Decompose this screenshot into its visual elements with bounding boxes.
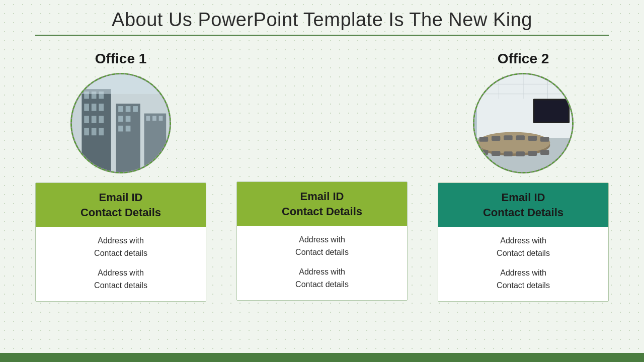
- office-1-address-1: Address with Contact details: [46, 235, 196, 260]
- office-2-card-header: Email ID Contact Details: [438, 183, 608, 227]
- svg-rect-44: [516, 135, 524, 140]
- svg-rect-19: [118, 116, 123, 122]
- svg-rect-51: [528, 151, 537, 156]
- svg-rect-18: [133, 106, 138, 112]
- office-2-image: [473, 73, 574, 173]
- svg-rect-42: [492, 136, 500, 141]
- center-card-body: Address with Contact details Address wit…: [237, 226, 407, 300]
- office-1-card-body: Address with Contact details Address wit…: [36, 227, 206, 301]
- slide: About Us PowerPoint Template Is The New …: [0, 0, 644, 362]
- center-address-1: Address with Contact details: [247, 234, 397, 259]
- svg-rect-26: [159, 116, 163, 121]
- svg-rect-49: [504, 151, 512, 156]
- office-1-image: [70, 73, 171, 173]
- svg-rect-9: [84, 116, 89, 123]
- office-1-card: Email ID Contact Details Address with Co…: [35, 183, 206, 302]
- office-1-address-2: Address with Contact details: [46, 267, 196, 292]
- svg-rect-15: [116, 104, 140, 172]
- svg-rect-43: [504, 135, 512, 140]
- svg-rect-23: [144, 114, 167, 172]
- svg-rect-22: [126, 126, 131, 132]
- center-card-header: Email ID Contact Details: [237, 182, 407, 226]
- svg-rect-14: [99, 128, 104, 136]
- svg-rect-16: [118, 106, 123, 112]
- svg-rect-48: [492, 151, 500, 156]
- svg-rect-13: [92, 128, 97, 136]
- svg-rect-11: [99, 116, 104, 123]
- center-email-label: Email ID Contact Details: [247, 189, 397, 219]
- svg-rect-21: [118, 126, 123, 132]
- svg-rect-27: [72, 74, 170, 94]
- svg-rect-38: [534, 100, 568, 122]
- title-section: About Us PowerPoint Template Is The New …: [0, 0, 644, 41]
- svg-rect-17: [126, 106, 131, 112]
- center-address-2: Address with Contact details: [247, 266, 397, 291]
- svg-rect-45: [528, 136, 537, 141]
- svg-rect-6: [84, 104, 89, 111]
- office-2-card: Email ID Contact Details Address with Co…: [438, 183, 609, 302]
- office-2-title: Office 2: [498, 51, 549, 67]
- bottom-bar: [0, 353, 644, 362]
- office-1-column: Office 1: [20, 51, 221, 302]
- office-1-card-header: Email ID Contact Details: [36, 183, 206, 227]
- svg-rect-24: [146, 116, 150, 121]
- office-2-email-label: Email ID Contact Details: [448, 190, 598, 220]
- office-1-email-label: Email ID Contact Details: [46, 190, 196, 220]
- office-2-column: Office 2: [423, 51, 624, 302]
- svg-rect-50: [516, 151, 524, 156]
- center-card: Email ID Contact Details Address with Co…: [236, 182, 408, 301]
- office-2-address-2: Address with Contact details: [448, 267, 598, 292]
- main-content: Office 1: [0, 41, 644, 362]
- svg-rect-46: [540, 137, 549, 142]
- svg-rect-52: [540, 150, 549, 155]
- svg-rect-7: [92, 104, 97, 111]
- svg-rect-10: [92, 116, 97, 123]
- svg-rect-20: [126, 116, 131, 122]
- office-2-card-body: Address with Contact details Address wit…: [438, 227, 608, 301]
- center-column: Email ID Contact Details Address with Co…: [221, 51, 423, 301]
- title-divider: [35, 35, 609, 36]
- office-2-address-1: Address with Contact details: [448, 235, 598, 260]
- svg-rect-47: [479, 150, 488, 155]
- svg-rect-25: [152, 116, 156, 121]
- slide-title: About Us PowerPoint Template Is The New …: [20, 9, 624, 31]
- office-1-title: Office 1: [95, 51, 147, 67]
- svg-point-40: [477, 132, 550, 153]
- svg-rect-12: [84, 128, 89, 136]
- svg-rect-41: [479, 137, 488, 142]
- svg-rect-8: [99, 104, 104, 111]
- svg-rect-36: [474, 94, 477, 143]
